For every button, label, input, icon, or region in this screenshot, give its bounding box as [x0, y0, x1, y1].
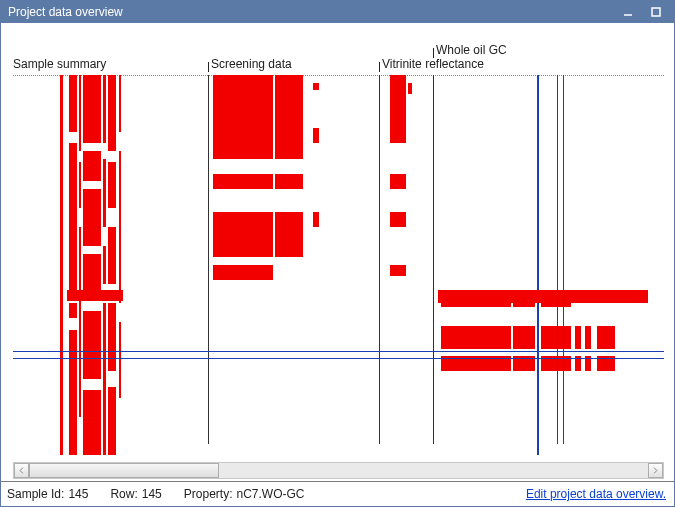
- data-band: [213, 212, 273, 258]
- data-band: [390, 174, 406, 189]
- section-divider: [208, 75, 209, 444]
- window-title: Project data overview: [8, 5, 614, 19]
- data-overview-chart[interactable]: Sample summary Screening data Vitrinite …: [13, 35, 664, 462]
- property-label: Property:: [184, 487, 233, 501]
- data-band: [60, 75, 63, 455]
- data-band: [213, 174, 273, 189]
- data-band: [108, 227, 116, 284]
- edit-overview-link[interactable]: Edit project data overview.: [526, 487, 666, 501]
- data-band: [69, 303, 77, 318]
- title-bar: Project data overview: [1, 1, 674, 23]
- data-band: [103, 75, 106, 143]
- scroll-thumb[interactable]: [29, 463, 219, 478]
- data-band: [69, 330, 77, 455]
- property-value: nC7.WO-GC: [236, 487, 304, 501]
- scroll-right-button[interactable]: [648, 463, 663, 478]
- horizontal-scrollbar[interactable]: [13, 462, 664, 479]
- sample-id-label: Sample Id:: [7, 487, 64, 501]
- section-divider: [379, 75, 380, 444]
- data-band: [108, 387, 116, 455]
- data-band: [69, 143, 77, 295]
- section-header-vitrinite: Vitrinite reflectance: [379, 57, 484, 71]
- section-divider: [433, 75, 434, 444]
- section-header-whole-oil: Whole oil GC: [433, 43, 507, 57]
- data-band: [390, 75, 406, 143]
- row-label: Row:: [110, 487, 137, 501]
- data-band: [83, 151, 101, 181]
- data-band: [213, 265, 273, 280]
- section-header-screening: Screening data: [208, 57, 292, 71]
- data-band: [513, 326, 535, 349]
- data-band: [103, 303, 106, 455]
- data-band: [213, 75, 273, 159]
- sample-id-value: 145: [68, 487, 88, 501]
- data-band: [108, 303, 116, 371]
- data-band: [79, 75, 81, 151]
- data-band: [541, 326, 571, 349]
- data-band: [275, 212, 303, 258]
- data-band: [313, 128, 319, 143]
- minimize-button[interactable]: [614, 4, 642, 20]
- data-band: [67, 290, 123, 301]
- data-band: [408, 83, 412, 94]
- data-band: [83, 189, 101, 246]
- scroll-track[interactable]: [29, 463, 648, 478]
- data-band: [103, 159, 106, 227]
- data-band: [79, 162, 81, 208]
- data-band: [83, 390, 101, 455]
- data-band: [313, 83, 319, 91]
- data-band: [83, 311, 101, 379]
- data-band: [69, 75, 77, 132]
- status-bar: Sample Id: 145 Row: 145 Property: nC7.WO…: [1, 482, 674, 506]
- data-band: [108, 162, 116, 208]
- data-band: [537, 75, 539, 455]
- data-band: [390, 212, 406, 227]
- data-band: [441, 326, 511, 349]
- data-band: [438, 290, 648, 303]
- data-band: [585, 326, 591, 349]
- data-band: [275, 174, 303, 189]
- data-band: [119, 75, 121, 132]
- crosshair-horizontal: [13, 351, 664, 352]
- row-value: 145: [142, 487, 162, 501]
- data-band: [108, 75, 116, 151]
- crosshair-vertical: [563, 75, 564, 444]
- data-band: [275, 75, 303, 159]
- crosshair-vertical: [557, 75, 558, 444]
- crosshair-horizontal: [13, 358, 664, 359]
- data-band: [597, 326, 615, 349]
- section-header-sample-summary: Sample summary: [13, 57, 106, 71]
- data-band: [103, 246, 106, 284]
- data-band: [119, 151, 121, 303]
- svg-rect-0: [652, 8, 660, 16]
- data-band: [83, 75, 101, 143]
- scroll-left-button[interactable]: [14, 463, 29, 478]
- data-band: [119, 322, 121, 398]
- maximize-button[interactable]: [642, 4, 670, 20]
- data-band: [313, 212, 319, 227]
- plot-area[interactable]: [13, 75, 664, 444]
- data-band: [79, 227, 81, 417]
- data-band: [575, 326, 581, 349]
- data-band: [390, 265, 406, 276]
- client-area: Sample summary Screening data Vitrinite …: [1, 23, 674, 506]
